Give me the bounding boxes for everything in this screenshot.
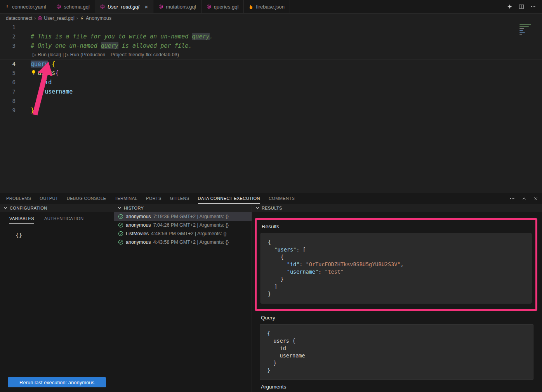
svg-text:!: ! [7,5,8,9]
history-header[interactable]: HISTORY [114,204,252,212]
panel-tab-comments[interactable]: COMMENTS [269,193,295,204]
tab-authentication[interactable]: AUTHENTICATION [44,216,83,224]
history-item-2[interactable]: anonymous7:04:26 PM GMT+2 | Arguments: {… [114,221,252,229]
breadcrumb-item-User_read-gql[interactable]: User_read.gql [38,16,75,21]
code-line-6[interactable]: 6 id [0,78,542,87]
split-editor-icon[interactable] [519,4,524,9]
codelens-run-local[interactable]: ▷ Run (local) [33,52,61,57]
history-item-3[interactable]: ListMovies4:48:59 PM GMT+2 | Arguments: … [114,229,252,238]
editor-tab-firebase-json[interactable]: firebase.json [244,0,290,13]
breadcrumb-item-dataconnect[interactable]: dataconnect [6,16,32,21]
editor-lines: 12# This is a file for you to write an u… [0,23,542,115]
codelens: ▷ Run (local) | ▷ Run (Production – Proj… [0,50,542,59]
graphql-icon [56,4,61,9]
breadcrumb-item-Anonymous[interactable]: Anonymous [80,16,111,21]
code-line-5[interactable]: 5 users{ [0,68,542,78]
rerun-button[interactable]: Rerun last execution: anonymous [8,377,106,387]
panel-tab-gitlens[interactable]: GITLENS [170,193,189,204]
code-line-7[interactable]: 7 username [0,87,542,96]
vscode-window: !connector.yamlschema.gqlUser_read.gql×m… [0,0,542,392]
editor[interactable]: 12# This is a file for you to write an u… [0,23,542,193]
tab-variables[interactable]: VARIABLES [9,216,34,224]
minimap-line [519,24,531,25]
configuration-header-label: CONFIGURATION [10,206,47,210]
configuration-section: CONFIGURATION VARIABLES AUTHENTICATION {… [0,204,114,392]
check-circle-icon [118,231,123,236]
code-line-3[interactable]: 3# Only one un-named query is allowed pe… [0,41,542,50]
close-icon[interactable] [533,196,538,201]
configuration-tabs: VARIABLES AUTHENTICATION [0,212,114,224]
lightbulb-icon[interactable] [31,70,36,75]
check-circle-icon [118,214,123,219]
results-scroll[interactable]: Results { "users": [ { "id": "OrTucFODZH… [252,212,542,392]
breadcrumb: dataconnect›User_read.gql›Anonymous [0,14,542,23]
editor-tab-mutations-gql[interactable]: mutations.gql [153,0,201,13]
code-line-2[interactable]: 2# This is a file for you to write an un… [0,32,542,41]
warning-icon: ! [5,4,9,9]
history-item-name: anonymous [126,239,151,245]
code-line-1[interactable]: 1 [0,23,542,32]
history-header-label: HISTORY [124,206,144,210]
panel-tab-debug-console[interactable]: DEBUG CONSOLE [67,193,106,204]
query-box: { users { id username } } [260,324,533,380]
chevron-down-icon [255,206,259,210]
configuration-header[interactable]: CONFIGURATION [0,204,114,212]
tab-label: schema.gql [64,4,89,10]
panel-tabs-list: PROBLEMSOUTPUTDEBUG CONSOLETERMINALPORTS… [6,193,303,204]
breadcrumb-item-label: dataconnect [6,16,32,21]
breadcrumb-item-label: User_read.gql [44,16,75,21]
history-item-4[interactable]: anonymous4:43:58 PM GMT+2 | Arguments: {… [114,238,252,246]
chevron-down-icon [3,206,7,210]
panel-tab-output[interactable]: OUTPUT [40,193,58,204]
graphql-icon [207,4,211,9]
breadcrumb-separator: › [76,16,78,21]
code-line-8[interactable]: 8 } [0,96,542,106]
editor-tab-bar: !connector.yamlschema.gqlUser_read.gql×m… [0,0,542,14]
graphql-icon [158,4,163,9]
panel-tab-problems[interactable]: PROBLEMS [6,193,31,204]
chevron-up-icon[interactable] [522,196,526,201]
history-item-name: anonymous [126,222,151,228]
editor-tab-User_read-gql[interactable]: User_read.gql× [95,0,153,13]
panel-actions [509,193,538,204]
code-line-4[interactable]: 4query { [0,59,542,68]
line-number: 5 [0,68,24,78]
editor-tab-queries-gql[interactable]: queries.gql [202,0,244,13]
history-item-1[interactable]: anonymous7:19:36 PM GMT+2 | Arguments: {… [114,212,252,221]
sparkle-icon[interactable] [507,4,512,9]
tab-label: connector.yaml [12,4,46,10]
tab-close-icon[interactable]: × [145,4,148,10]
code-text: # This is a file for you to write an un-… [24,32,213,41]
tab-label: User_read.gql [108,4,139,10]
panel-tab-data-connect-execution[interactable]: DATA CONNECT EXECUTION [198,193,260,204]
line-number: 7 [0,87,24,96]
graphql-icon [38,16,42,21]
results-header-label: RESULTS [262,206,282,210]
more-icon[interactable] [509,196,515,201]
editor-tab-connector-yaml[interactable]: !connector.yaml [0,0,51,13]
line-number: 4 [0,59,24,68]
minimap-line [519,30,523,31]
code-text: } [24,96,41,106]
more-icon[interactable] [530,4,536,9]
variables-value[interactable]: {} [16,232,114,238]
line-number: 9 [0,106,24,115]
query-code: { users { id username } } [267,330,305,373]
code-line-9[interactable]: 9} [0,106,542,115]
breadcrumb-separator: › [34,16,36,21]
editor-tab-schema-gql[interactable]: schema.gql [51,0,95,13]
zap-icon [80,16,84,21]
minimap[interactable] [519,24,537,35]
panel-tab-ports[interactable]: PORTS [146,193,162,204]
minimap-line [519,32,525,33]
history-item-detail: 4:48:59 PM GMT+2 | Arguments: {} [151,231,227,236]
code-text: users{ [24,68,59,78]
panel-tab-bar: PROBLEMSOUTPUTDEBUG CONSOLETERMINALPORTS… [0,193,542,204]
code-text: # Only one un-named query is allowed per… [24,41,192,50]
tab-label: mutations.gql [166,4,196,10]
panel-tab-terminal[interactable]: TERMINAL [115,193,137,204]
line-number: 8 [0,96,24,106]
results-header[interactable]: RESULTS [252,204,542,212]
line-number: 3 [0,41,24,50]
codelens-run-production[interactable]: ▷ Run (Production – Project: friendly-fl… [65,52,179,57]
